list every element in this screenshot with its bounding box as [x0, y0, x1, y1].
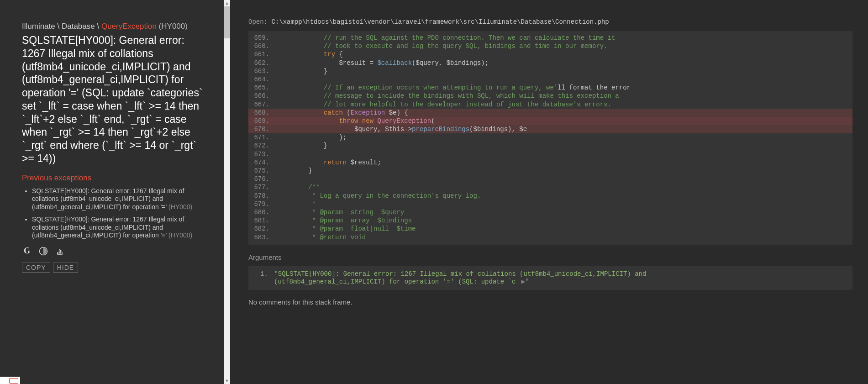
code-text: * @param string $query	[278, 208, 852, 216]
copy-button[interactable]: COPY	[22, 263, 50, 273]
list-item[interactable]: SQLSTATE[HY000]: General error: 1267 Ill…	[32, 187, 210, 211]
line-number: 670.	[248, 125, 278, 133]
code-text: // message to include the bindings with …	[278, 92, 852, 100]
expand-argument-icon[interactable]: ▶"	[517, 278, 529, 285]
line-number: 665.	[248, 84, 278, 92]
exception-breadcrumb: Illuminate \ Database \ QueryException (…	[22, 22, 210, 31]
argument-value-line1: "SQLSTATE[HY000]: General error: 1267 Il…	[274, 270, 646, 278]
previous-exception-code: (HY000)	[168, 203, 192, 210]
code-line: 668. catch (Exception $e) {	[248, 109, 852, 117]
code-line: 665. // If an exception occurs when atte…	[248, 84, 852, 92]
exception-message: SQLSTATE[HY000]: General error: 1267 Ill…	[22, 34, 210, 165]
scrollbar-thumb[interactable]	[224, 6, 230, 38]
scroll-arrow-up-icon[interactable]: ▲	[224, 0, 230, 6]
line-number: 669.	[248, 117, 278, 125]
code-text: // run the SQL against the PDO connectio…	[278, 34, 852, 42]
source-code-block: 659. // run the SQL against the PDO conn…	[248, 31, 852, 245]
scroll-arrow-down-icon[interactable]: ▼	[224, 378, 230, 384]
previous-exceptions-list: SQLSTATE[HY000]: General error: 1267 Ill…	[22, 187, 210, 240]
code-text: }	[278, 67, 852, 75]
line-number: 683.	[248, 233, 278, 242]
sidebar-scrollbar[interactable]: ▲ ▼	[224, 0, 230, 384]
code-line: 683. * @return void	[248, 233, 852, 242]
breadcrumb-exception: QueryException	[101, 22, 157, 31]
line-number: 678.	[248, 192, 278, 200]
code-text: throw new QueryException(	[278, 117, 852, 125]
argument-index: 1.	[260, 270, 270, 278]
breadcrumb-error-code: (HY000)	[159, 22, 188, 31]
code-line: 661. try {	[248, 50, 852, 58]
line-number: 679.	[248, 200, 278, 208]
code-text: catch (Exception $e) {	[278, 109, 852, 117]
line-number: 668.	[248, 109, 278, 117]
code-text	[278, 75, 852, 84]
code-text: try {	[278, 50, 852, 58]
line-number: 666.	[248, 92, 278, 100]
line-number: 671.	[248, 133, 278, 142]
code-line: 680. * @param string $query	[248, 208, 852, 216]
search-icon-row: G	[22, 246, 210, 256]
code-line: 673.	[248, 150, 852, 158]
duckduckgo-icon[interactable]	[38, 246, 48, 256]
previous-exception-message: SQLSTATE[HY000]: General error: 1267 Ill…	[32, 216, 184, 239]
code-line: 660. // took to execute and log the quer…	[248, 42, 852, 50]
line-number: 660.	[248, 42, 278, 50]
line-number: 667.	[248, 100, 278, 109]
code-line: 682. * @param float|null $time	[248, 225, 852, 233]
code-text	[278, 175, 852, 183]
code-line: 679. *	[248, 200, 852, 208]
hide-button[interactable]: HIDE	[53, 263, 78, 273]
code-line: 667. // lot more helpful to the develope…	[248, 100, 852, 109]
code-text: * @param float|null $time	[278, 225, 852, 233]
line-number: 661.	[248, 50, 278, 58]
app-root: Illuminate \ Database \ QueryException (…	[0, 0, 868, 384]
code-line: 669. throw new QueryException(	[248, 117, 852, 125]
code-text: * @param array $bindings	[278, 216, 852, 225]
line-number: 664.	[248, 75, 278, 84]
code-text: * Log a query in the connection's query …	[278, 192, 852, 200]
breadcrumb-ns1: Illuminate	[22, 22, 55, 31]
line-number: 674.	[248, 158, 278, 167]
code-line: 659. // run the SQL against the PDO conn…	[248, 34, 852, 42]
line-number: 673.	[248, 150, 278, 158]
code-text: $query, $this->prepareBindings($bindings…	[278, 125, 852, 133]
google-icon[interactable]: G	[22, 246, 32, 256]
line-number: 663.	[248, 67, 278, 75]
line-number: 672.	[248, 142, 278, 150]
previous-exception-message: SQLSTATE[HY000]: General error: 1267 Ill…	[32, 187, 184, 210]
previous-exceptions-heading: Previous exceptions	[22, 174, 210, 183]
no-comments-label: No comments for this stack frame.	[248, 298, 852, 306]
open-label: Open:	[248, 18, 268, 26]
argument-value-line2: (utf8mb4_general_ci,IMPLICIT) for operat…	[274, 278, 516, 285]
list-item[interactable]: SQLSTATE[HY000]: General error: 1267 Ill…	[32, 216, 210, 240]
code-line: 678. * Log a query in the connection's q…	[248, 192, 852, 200]
line-number: 659.	[248, 34, 278, 42]
code-text: }	[278, 167, 852, 175]
code-text: * @return void	[278, 233, 852, 242]
stackoverflow-icon[interactable]	[55, 246, 65, 256]
code-text: *	[278, 200, 852, 208]
code-text: );	[278, 133, 852, 142]
gmail-corner-icon[interactable]	[0, 377, 20, 384]
code-line: 664.	[248, 75, 852, 84]
action-button-row: COPY HIDE	[22, 263, 210, 273]
code-text: /**	[278, 183, 852, 191]
code-line: 681. * @param array $bindings	[248, 216, 852, 225]
code-line: 662. $result = $callback($query, $bindin…	[248, 59, 852, 67]
code-line: 670. $query, $this->prepareBindings($bin…	[248, 125, 852, 133]
line-number: 677.	[248, 183, 278, 191]
line-number: 682.	[248, 225, 278, 233]
code-text: // took to execute and log the query SQL…	[278, 42, 852, 50]
code-line: 676.	[248, 175, 852, 183]
code-text	[278, 150, 852, 158]
line-number: 675.	[248, 167, 278, 175]
code-text: return $result;	[278, 158, 852, 167]
line-number: 680.	[248, 208, 278, 216]
code-line: 671. );	[248, 133, 852, 142]
code-text: // lot more helpful to the developer ins…	[278, 100, 852, 109]
file-path[interactable]: C:\xampp\htdocs\bagisto1\vendor\laravel\…	[271, 18, 609, 26]
code-line: 674. return $result;	[248, 158, 852, 167]
code-line: 666. // message to include the bindings …	[248, 92, 852, 100]
code-text: }	[278, 142, 852, 150]
code-line: 677. /**	[248, 183, 852, 191]
